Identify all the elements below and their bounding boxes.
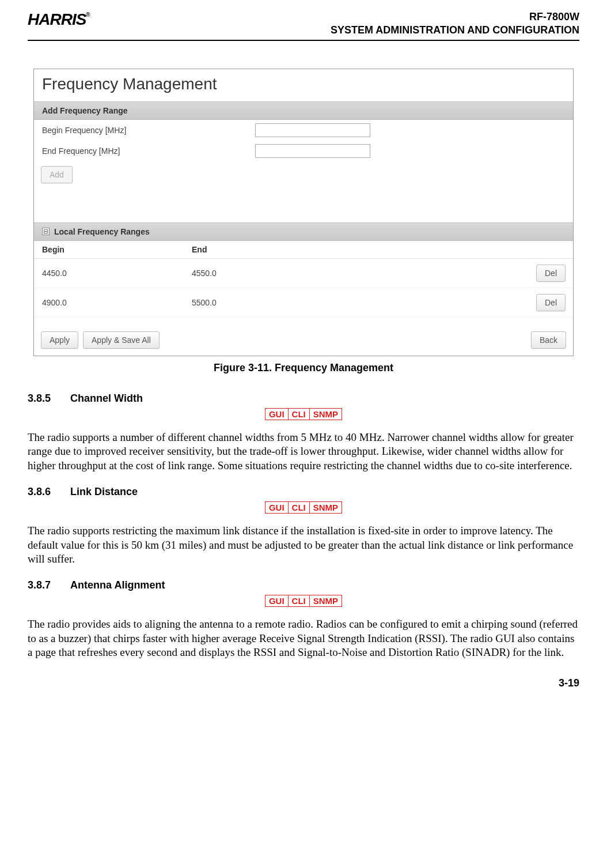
section-heading-385: 3.8.5 Channel Width (28, 393, 579, 405)
interface-badges: GUI CLI SNMP (28, 408, 579, 420)
page-number: 3-19 (28, 677, 579, 689)
gui-badge: GUI (265, 595, 288, 606)
registered-mark: ® (86, 12, 89, 18)
col-end-header: End (192, 245, 536, 254)
end-frequency-row: End Frequency [MHz] (34, 141, 573, 161)
cell-begin: 4900.0 (42, 298, 192, 307)
end-frequency-input[interactable] (255, 144, 370, 158)
frequency-management-panel: Frequency Management Add Frequency Range… (33, 69, 574, 356)
section-number: 3.8.5 (28, 393, 51, 405)
interface-badges: GUI CLI SNMP (28, 595, 579, 607)
section-title: Antenna Alignment (70, 579, 165, 591)
add-frequency-range-header: Add Frequency Range (34, 101, 573, 120)
snmp-badge: SNMP (309, 408, 342, 420)
section-label: Add Frequency Range (42, 106, 128, 115)
apply-button[interactable]: Apply (41, 331, 78, 349)
cli-badge: CLI (288, 595, 309, 606)
gui-badge: GUI (265, 501, 288, 513)
apply-save-all-button[interactable]: Apply & Save All (83, 331, 160, 349)
section-heading-387: 3.8.7 Antenna Alignment (28, 579, 579, 591)
panel-title: Frequency Management (34, 69, 573, 101)
interface-badges: GUI CLI SNMP (28, 501, 579, 514)
cell-end: 5500.0 (192, 298, 536, 307)
cli-badge: CLI (288, 501, 309, 513)
begin-frequency-input[interactable] (255, 123, 370, 137)
section-heading-386: 3.8.6 Link Distance (28, 486, 579, 498)
delete-button[interactable]: Del (536, 294, 566, 311)
chapter-title: SYSTEM ADMINISTRATION AND CONFIGURATION (331, 24, 579, 37)
model-number: RF-7800W (331, 10, 579, 24)
table-row: 4450.0 4550.0 Del (34, 259, 573, 288)
local-frequency-ranges-header: ⊟ Local Frequency Ranges (34, 222, 573, 241)
section-title: Channel Width (70, 393, 143, 405)
snmp-badge: SNMP (309, 595, 342, 606)
cli-badge: CLI (288, 408, 309, 420)
section-label: Local Frequency Ranges (54, 227, 150, 236)
header-title-block: RF-7800W SYSTEM ADMINISTRATION AND CONFI… (331, 10, 579, 37)
cell-begin: 4450.0 (42, 269, 192, 278)
back-button[interactable]: Back (531, 331, 566, 349)
section-number: 3.8.6 (28, 486, 51, 498)
snmp-badge: SNMP (309, 501, 342, 513)
section-paragraph: The radio provides aids to aligning the … (28, 617, 579, 660)
cell-end: 4550.0 (192, 269, 536, 278)
page-header: HARRIS ® RF-7800W SYSTEM ADMINISTRATION … (28, 10, 579, 41)
begin-frequency-row: Begin Frequency [MHz] (34, 120, 573, 141)
end-frequency-label: End Frequency [MHz] (42, 146, 255, 156)
table-header: Begin End (34, 241, 573, 259)
section-title: Link Distance (70, 486, 138, 498)
harris-logo: HARRIS ® (28, 10, 90, 29)
table-row: 4900.0 5500.0 Del (34, 288, 573, 318)
delete-button[interactable]: Del (536, 265, 566, 282)
section-number: 3.8.7 (28, 579, 51, 591)
begin-frequency-label: Begin Frequency [MHz] (42, 126, 255, 135)
col-begin-header: Begin (42, 245, 192, 254)
collapse-icon[interactable]: ⊟ (42, 228, 50, 235)
gui-badge: GUI (265, 408, 288, 420)
section-paragraph: The radio supports restricting the maxim… (28, 524, 579, 567)
panel-footer: Apply Apply & Save All Back (34, 318, 573, 356)
logo-text: HARRIS (28, 10, 86, 29)
section-paragraph: The radio supports a number of different… (28, 431, 579, 473)
add-button[interactable]: Add (41, 166, 73, 183)
figure-caption: Figure 3-11. Frequency Management (28, 362, 579, 374)
